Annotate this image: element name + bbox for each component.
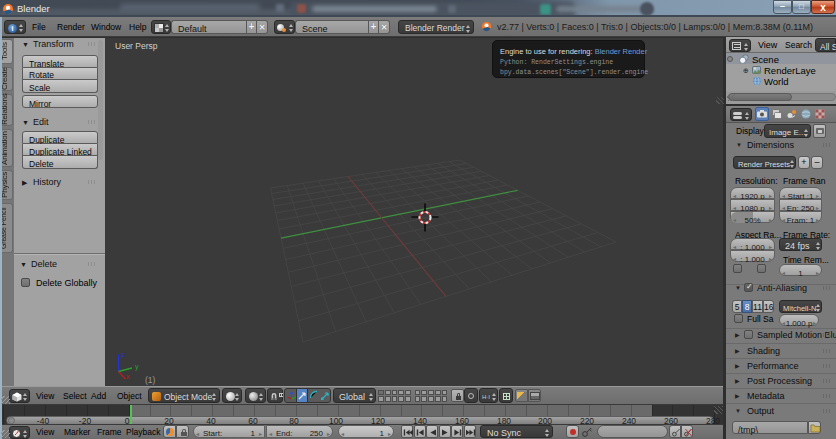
svg-text:y: y: [135, 363, 139, 371]
svg-text:x: x: [126, 373, 130, 380]
svg-text:z: z: [122, 351, 126, 358]
